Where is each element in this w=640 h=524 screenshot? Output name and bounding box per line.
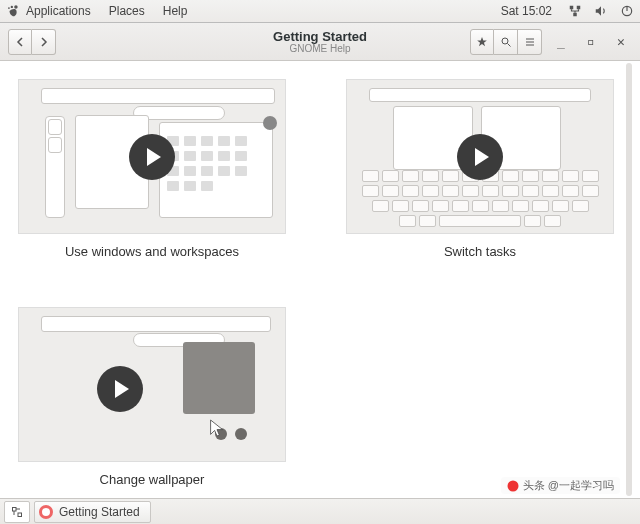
tile-grid: Use windows and workspaces Switch tasks bbox=[18, 79, 622, 487]
network-icon[interactable] bbox=[568, 4, 582, 18]
menu-help[interactable]: Help bbox=[163, 4, 188, 18]
hamburger-icon bbox=[524, 36, 536, 48]
menu-places[interactable]: Places bbox=[109, 4, 145, 18]
help-app-icon bbox=[39, 505, 53, 519]
menu-button[interactable] bbox=[518, 29, 542, 55]
tile-switch-tasks[interactable]: Switch tasks bbox=[346, 79, 614, 259]
tile-thumbnail bbox=[346, 79, 614, 234]
svg-point-2 bbox=[8, 7, 10, 9]
tile-caption: Use windows and workspaces bbox=[18, 244, 286, 259]
play-icon bbox=[129, 134, 175, 180]
volume-icon[interactable] bbox=[594, 4, 608, 18]
tile-change-wallpaper[interactable]: Change wallpaper bbox=[18, 307, 286, 487]
search-icon bbox=[500, 36, 512, 48]
panel-menus: Applications Places Help bbox=[26, 4, 187, 18]
chevron-left-icon bbox=[15, 37, 25, 47]
gnome-top-panel: Applications Places Help Sat 15:02 bbox=[0, 0, 640, 23]
minimize-button[interactable]: _ bbox=[550, 31, 572, 53]
search-button[interactable] bbox=[494, 29, 518, 55]
cursor-icon bbox=[209, 418, 225, 438]
bookmark-button[interactable] bbox=[470, 29, 494, 55]
svg-line-9 bbox=[507, 43, 510, 46]
svg-rect-15 bbox=[18, 513, 22, 517]
tile-thumbnail bbox=[18, 79, 286, 234]
help-headerbar: Getting Started GNOME Help _ ▫ ✕ bbox=[0, 23, 640, 61]
close-button[interactable]: ✕ bbox=[610, 31, 632, 53]
power-icon[interactable] bbox=[620, 4, 634, 18]
bottom-taskbar: Getting Started bbox=[0, 498, 640, 524]
star-icon bbox=[476, 36, 488, 48]
nav-button-group bbox=[8, 29, 56, 55]
watermark-icon bbox=[507, 480, 519, 492]
play-icon bbox=[457, 134, 503, 180]
forward-button[interactable] bbox=[32, 29, 56, 55]
svg-point-1 bbox=[11, 6, 13, 8]
menu-applications[interactable]: Applications bbox=[26, 4, 91, 18]
clock-label[interactable]: Sat 15:02 bbox=[501, 4, 552, 18]
watermark-text: 头条 @一起学习吗 bbox=[523, 478, 614, 493]
workspace-switcher-icon bbox=[11, 506, 23, 518]
maximize-button[interactable]: ▫ bbox=[580, 31, 602, 53]
play-icon bbox=[97, 366, 143, 412]
svg-point-13 bbox=[507, 480, 518, 491]
svg-point-0 bbox=[14, 5, 18, 8]
chevron-right-icon bbox=[39, 37, 49, 47]
tile-caption: Change wallpaper bbox=[18, 472, 286, 487]
taskbar-item-label: Getting Started bbox=[59, 505, 140, 519]
tile-caption: Switch tasks bbox=[346, 244, 614, 259]
toolbar-button-group bbox=[470, 29, 542, 55]
watermark: 头条 @一起学习吗 bbox=[501, 477, 620, 494]
tile-thumbnail bbox=[18, 307, 286, 462]
taskbar-item-help[interactable]: Getting Started bbox=[34, 501, 151, 523]
svg-rect-4 bbox=[577, 6, 581, 10]
svg-rect-14 bbox=[13, 507, 17, 511]
show-desktop-button[interactable] bbox=[4, 501, 30, 523]
back-button[interactable] bbox=[8, 29, 32, 55]
tile-windows-workspaces[interactable]: Use windows and workspaces bbox=[18, 79, 286, 259]
help-content[interactable]: Use windows and workspaces Switch tasks bbox=[0, 61, 640, 498]
svg-rect-3 bbox=[570, 6, 574, 10]
svg-rect-5 bbox=[573, 13, 577, 17]
svg-point-8 bbox=[502, 38, 508, 44]
system-tray: Sat 15:02 bbox=[501, 4, 634, 18]
gnome-logo-icon bbox=[6, 4, 20, 18]
